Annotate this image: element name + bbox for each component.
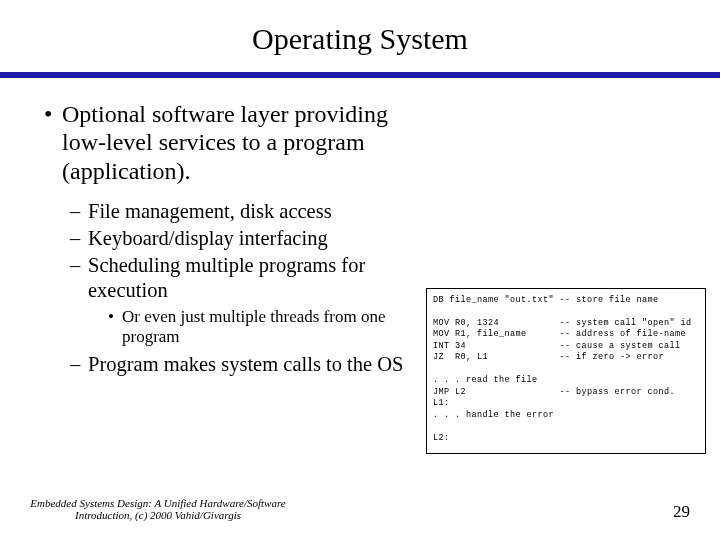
footer-citation: Embedded Systems Design: A Unified Hardw…: [28, 497, 288, 522]
bullet-lvl2: –Keyboard/display interfacing: [70, 226, 440, 251]
dash-icon: –: [70, 253, 88, 278]
dash-icon: –: [70, 199, 88, 224]
bullet-lvl2-text: File management, disk access: [88, 199, 332, 224]
bullet-lvl3: •Or even just multiple threads from one …: [108, 307, 428, 348]
slide: Operating System •Optional software laye…: [0, 0, 720, 540]
bullet-lvl1-text: Optional software layer providing low-le…: [62, 100, 422, 185]
slide-title: Operating System: [0, 0, 720, 66]
bullet-dot-icon: •: [44, 100, 62, 128]
bullet-lvl2: –File management, disk access: [70, 199, 440, 224]
bullet-dot-icon: •: [108, 307, 122, 327]
page-number: 29: [673, 502, 690, 522]
bullet-lvl2: –Program makes system calls to the OS: [70, 352, 440, 377]
title-underline: [0, 72, 720, 78]
bullet-lvl1: •Optional software layer providing low-l…: [44, 100, 424, 185]
dash-icon: –: [70, 352, 88, 377]
bullet-lvl2-text: Program makes system calls to the OS: [88, 352, 403, 377]
dash-icon: –: [70, 226, 88, 251]
bullet-lvl3-text: Or even just multiple threads from one p…: [122, 307, 422, 348]
code-sample: DB file_name "out.txt" -- store file nam…: [426, 288, 706, 454]
bullet-lvl2-text: Scheduling multiple programs for executi…: [88, 253, 438, 303]
bullet-lvl2: –Scheduling multiple programs for execut…: [70, 253, 440, 303]
bullet-lvl2-text: Keyboard/display interfacing: [88, 226, 328, 251]
